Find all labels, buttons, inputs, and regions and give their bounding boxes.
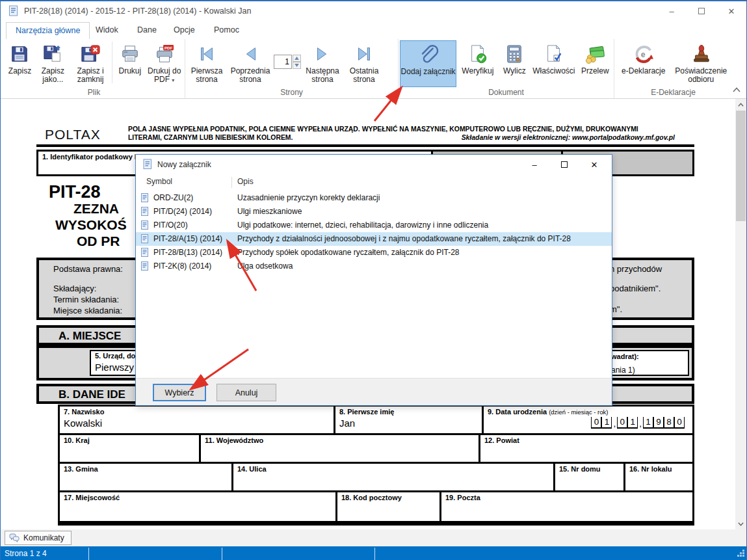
page-number-input[interactable]	[274, 55, 292, 69]
field-15-nr-domu[interactable]: 15. Nr domu	[555, 464, 625, 490]
maximize-button[interactable]	[687, 1, 716, 21]
field-16-nr-lokalu[interactable]: 16. Nr lokalu	[625, 464, 692, 490]
birth-date-comb[interactable]: 0 1 , 0 1 , 1 9 8 0	[488, 417, 685, 429]
calculate-button[interactable]: Wylicz	[499, 40, 531, 87]
digit-cell[interactable]: 9	[653, 417, 664, 429]
digit-cell[interactable]: 0	[674, 417, 685, 429]
print-button[interactable]: Drukuj	[114, 40, 145, 87]
status-bar: Strona 1 z 4	[1, 546, 746, 560]
digit-cell[interactable]: 0	[591, 417, 601, 429]
ribbon-group-strony: Pierwsza strona Poprzednia strona	[185, 39, 398, 98]
scrollbar-thumb[interactable]	[736, 111, 746, 221]
spinner-up-icon[interactable]	[293, 55, 301, 62]
spinner-down-icon[interactable]	[293, 62, 301, 69]
select-button[interactable]: Wybierz	[153, 384, 206, 401]
column-separator[interactable]	[231, 177, 232, 188]
status-divider	[222, 548, 222, 560]
tab-opcje[interactable]: Opcje	[164, 22, 204, 39]
save-button[interactable]: Zapisz	[5, 40, 35, 87]
scroll-down-icon[interactable]	[735, 518, 746, 529]
save-label: Zapisz	[8, 67, 31, 75]
next-page-label: Następna strona	[301, 67, 344, 84]
tab-widok[interactable]: Widok	[86, 22, 127, 39]
legal-podstawa-label: Podstawa prawna:	[53, 264, 123, 274]
print-to-pdf-button[interactable]: PDF Drukuj do PDF ▾	[145, 40, 183, 87]
tab-pomoc[interactable]: Pomoc	[205, 22, 248, 39]
dialog-close-button[interactable]: ✕	[579, 155, 609, 174]
digit-cell[interactable]: 0	[617, 417, 627, 429]
e-deklaracje-button[interactable]: e e-Deklaracje	[616, 40, 672, 87]
cancel-button[interactable]: Anuluj	[216, 384, 276, 401]
digit-cell[interactable]: 1	[627, 417, 638, 429]
minimize-button[interactable]: –	[657, 1, 687, 21]
tab-narzedzia-glowne[interactable]: Narzędzia główne	[6, 22, 90, 39]
ribbon-group-edeklaracje: e e-Deklaracje Poświadczenie odbioru E-D…	[614, 39, 732, 98]
field-12-label: 12. Powiat	[484, 436, 688, 444]
calculator-icon	[505, 42, 523, 66]
attachment-document-icon	[141, 234, 149, 246]
list-item-pit-o[interactable]: PIT/O(20) Ulgi podatkowe: internet, dzie…	[136, 219, 612, 232]
close-button[interactable]: ✕	[716, 1, 746, 21]
form-code-pit28: PIT-28	[49, 182, 101, 202]
save-as-button[interactable]: Zapisz jako...	[35, 40, 71, 87]
print-to-pdf-label: Drukuj do PDF ▾	[145, 67, 183, 85]
dialog-minimize-button[interactable]: –	[519, 155, 549, 174]
field-14-ulica[interactable]: 14. Ulica	[233, 464, 555, 490]
field-13-gmina[interactable]: 13. Gmina	[60, 464, 233, 490]
vertical-scrollbar[interactable]	[735, 99, 746, 529]
list-item-pit-28b[interactable]: PIT-28/B(13) (2014) Przychody spółek opo…	[136, 246, 612, 260]
attachment-symbol: ORD-ZU(2)	[153, 193, 193, 202]
calculate-label: Wylicz	[503, 67, 526, 75]
list-item-pit-28a-selected[interactable]: PIT-28/A(15) (2014) Przychody z działaln…	[136, 232, 612, 246]
dialog-title-bar: Nowy załącznik – ✕	[136, 155, 612, 174]
verify-button[interactable]: Weryfikuj	[456, 40, 499, 87]
attachment-document-icon	[141, 248, 149, 260]
field-7-nazwisko[interactable]: 7. Nazwisko Kowalski	[60, 407, 335, 433]
first-page-label: Pierwsza strona	[187, 67, 227, 84]
digit-cell[interactable]: 1	[643, 417, 653, 429]
scroll-up-icon[interactable]	[735, 99, 746, 110]
field-10-label: 10. Kraj	[64, 436, 195, 444]
first-page-button[interactable]: Pierwsza strona	[187, 40, 227, 87]
page-info: Strona 1 z 4	[5, 549, 47, 558]
field-7-value[interactable]: Kowalski	[64, 418, 330, 429]
list-item-pit-d[interactable]: PIT/D(24) (2014) Ulgi mieszkaniowe	[136, 205, 612, 219]
transfer-button[interactable]: Przelew	[578, 40, 613, 87]
properties-button[interactable]: Właściwości	[530, 40, 577, 87]
e-deklaracje-label: e-Deklaracje	[622, 67, 665, 75]
next-page-button[interactable]: Następna strona	[301, 40, 344, 87]
last-page-button[interactable]: Ostatnia strona	[344, 40, 384, 87]
field-17-label: 17. Miejscowość	[64, 494, 332, 501]
add-attachment-button[interactable]: Dodaj załącznik	[400, 40, 456, 87]
collapse-ribbon-icon[interactable]	[731, 85, 742, 94]
field-19-poczta[interactable]: 19. Poczta	[441, 492, 692, 521]
list-item-pit-2k[interactable]: PIT-2K(8) (2014) Ulga odsetkowa	[136, 260, 612, 273]
list-item-ord-zu[interactable]: ORD-ZU(2) Uzasadnienie przyczyn korekty …	[136, 191, 612, 205]
tab-dane[interactable]: Dane	[128, 22, 166, 39]
field-12-powiat[interactable]: 12. Powiat	[480, 435, 692, 462]
list-header[interactable]: Symbol Opis	[136, 174, 612, 190]
attachment-description: Uzasadnienie przyczyn korekty deklaracji	[237, 193, 380, 202]
field-10-kraj[interactable]: 10. Kraj	[60, 435, 201, 462]
status-divider	[374, 548, 375, 560]
save-and-close-button[interactable]: Zapisz i zamknij	[71, 40, 111, 87]
dialog-maximize-button[interactable]	[549, 155, 579, 174]
previous-page-button[interactable]: Poprzednia strona	[227, 40, 274, 87]
field-8-imie[interactable]: 8. Pierwsze imię Jan	[335, 407, 484, 433]
field-9-data-urodzenia[interactable]: 9. Data urodzenia (dzień - miesiąc - rok…	[484, 407, 692, 433]
field-8-value[interactable]: Jan	[339, 418, 478, 429]
column-header-symbol[interactable]: Symbol	[146, 177, 172, 186]
receipt-confirmation-button[interactable]: Poświadczenie odbioru	[672, 40, 731, 87]
field-17-miejscowosc[interactable]: 17. Miejscowość	[60, 492, 337, 521]
field-11-wojewodztwo[interactable]: 11. Województwo	[201, 435, 480, 462]
app-window: PIT-28(18) (2014) - 2015-12 - PIT-28(18)…	[0, 0, 747, 560]
column-header-opis[interactable]: Opis	[237, 177, 254, 186]
resize-grip[interactable]	[737, 548, 745, 560]
field-9-label: 9. Data urodzenia	[488, 408, 547, 416]
digit-cell[interactable]: 1	[601, 417, 612, 429]
digit-cell[interactable]: 8	[664, 417, 674, 429]
floppy-disk-icon	[10, 42, 29, 66]
field-18-kod-pocztowy[interactable]: 18. Kod pocztowy	[337, 492, 441, 521]
previous-page-label: Poprzednia strona	[227, 67, 274, 84]
komunikaty-tab[interactable]: Komunikaty	[5, 531, 72, 545]
